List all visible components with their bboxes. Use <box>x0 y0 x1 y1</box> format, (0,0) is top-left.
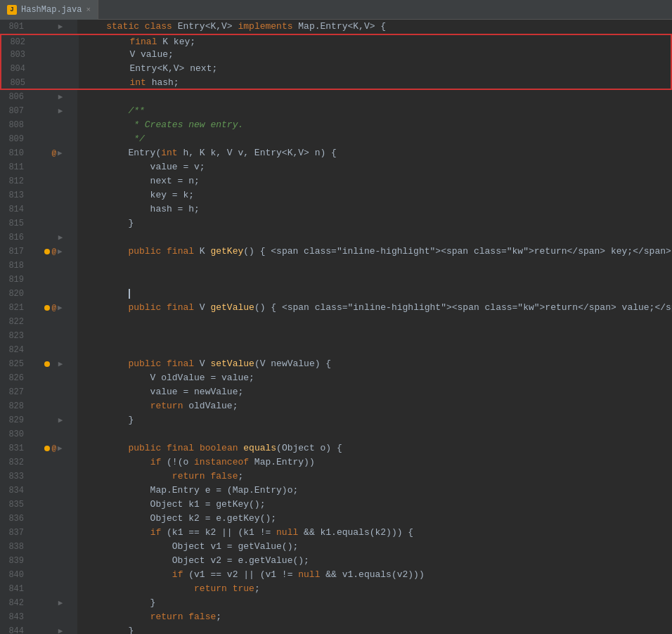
line-802: 802 final K key; <box>0 34 672 48</box>
line-gutter[interactable] <box>30 554 77 568</box>
breakpoint-dot[interactable] <box>44 446 50 451</box>
line-gutter[interactable] <box>30 427 77 441</box>
line-gutter[interactable] <box>30 174 77 188</box>
line-gutter[interactable] <box>30 512 77 526</box>
line-gutter[interactable]: ▶ <box>30 20 77 34</box>
line-code <box>77 287 130 301</box>
line-gutter[interactable]: ▶ <box>30 104 77 118</box>
line-number: 834 <box>0 484 30 498</box>
fold-icon[interactable]: ▶ <box>58 104 63 118</box>
line-gutter[interactable] <box>30 188 77 202</box>
line-number: 840 <box>0 568 30 582</box>
line-gutter[interactable]: ▶ <box>30 596 77 610</box>
fold-icon[interactable]: ▶ <box>58 441 63 455</box>
breakpoint-dot[interactable] <box>44 305 50 311</box>
fold-icon[interactable]: ▶ <box>58 596 63 610</box>
line-code: /** <box>77 104 145 118</box>
line-code: Object k2 = e.getKey(); <box>77 512 276 526</box>
line-gutter[interactable] <box>30 160 77 174</box>
line-gutter[interactable] <box>30 498 77 512</box>
line-gutter[interactable] <box>30 610 77 624</box>
line-code: Entry<K,V> next; <box>79 62 217 76</box>
line-gutter[interactable] <box>30 329 77 343</box>
line-number: 801 <box>0 20 30 34</box>
line-gutter[interactable] <box>30 287 77 301</box>
line-gutter[interactable] <box>30 371 77 385</box>
line-836: 836 Object k2 = e.getKey(); <box>0 512 672 526</box>
fold-icon[interactable]: ▶ <box>58 146 63 160</box>
line-code: int hash; <box>79 76 179 89</box>
line-gutter[interactable] <box>30 118 77 132</box>
line-gutter[interactable] <box>30 455 77 470</box>
line-gutter[interactable] <box>30 273 77 287</box>
line-number: 824 <box>0 343 30 357</box>
line-code <box>77 273 84 287</box>
line-gutter[interactable] <box>30 582 77 596</box>
line-gutter[interactable] <box>30 315 77 329</box>
line-code: Object v1 = getValue(); <box>77 540 298 554</box>
line-822: 822 <box>0 315 672 329</box>
fold-icon[interactable]: ▶ <box>58 301 63 315</box>
line-gutter[interactable]: ▶ <box>30 90 77 104</box>
line-gutter[interactable]: @ ▶ <box>30 245 77 259</box>
fold-icon[interactable]: ▶ <box>58 624 63 634</box>
breakpoint-dot[interactable] <box>44 361 50 367</box>
line-801: 801 ▶ static class Entry<K,V> implements… <box>0 20 672 34</box>
line-807: 807 ▶ /** <box>0 104 672 118</box>
line-843: 843 return false; <box>0 610 672 624</box>
line-gutter[interactable] <box>30 399 77 413</box>
line-gutter[interactable]: @ ▶ <box>30 146 77 160</box>
line-gutter[interactable] <box>31 48 79 62</box>
line-number: 835 <box>0 498 30 512</box>
tab-close-button[interactable]: × <box>86 6 91 14</box>
line-code: public final V setValue(V newValue) { <box>77 357 331 371</box>
line-number: 817 <box>0 245 30 259</box>
line-gutter[interactable]: ▶ <box>30 624 77 634</box>
breakpoint-dot[interactable] <box>44 249 50 254</box>
line-gutter[interactable]: ▶ <box>30 357 77 371</box>
line-code: Object k1 = getKey(); <box>77 498 265 512</box>
line-code: key = k; <box>77 188 194 202</box>
line-gutter[interactable] <box>31 76 79 89</box>
fold-icon[interactable]: ▶ <box>58 245 63 259</box>
line-number: 842 <box>0 596 30 610</box>
line-gutter[interactable] <box>31 35 79 48</box>
line-gutter[interactable] <box>30 540 77 554</box>
line-gutter[interactable]: @ ▶ <box>30 301 77 315</box>
line-gutter[interactable] <box>30 470 77 484</box>
line-gutter[interactable]: ▶ <box>30 231 77 245</box>
line-gutter[interactable]: ▶ <box>30 413 77 427</box>
line-841: 841 return true; <box>0 582 672 596</box>
line-code: final K key; <box>79 35 195 48</box>
line-number: 810 <box>0 146 30 160</box>
line-812: 812 next = n; <box>0 174 672 188</box>
fold-icon[interactable]: ▶ <box>58 20 63 34</box>
fold-icon[interactable]: ▶ <box>58 90 63 104</box>
line-gutter[interactable] <box>30 202 77 216</box>
line-code: Object v2 = e.getValue(); <box>77 554 309 568</box>
line-code: return false; <box>77 610 221 624</box>
line-gutter[interactable] <box>30 526 77 540</box>
line-816: 816 ▶ <box>0 231 672 245</box>
line-838: 838 Object v1 = getValue(); <box>0 540 672 554</box>
line-gutter[interactable] <box>30 343 77 357</box>
line-gutter[interactable] <box>30 216 77 231</box>
fold-icon[interactable]: ▶ <box>58 357 63 371</box>
line-gutter[interactable] <box>30 568 77 582</box>
code-area[interactable]: 801 ▶ static class Entry<K,V> implements… <box>0 20 672 634</box>
line-gutter[interactable] <box>30 259 77 273</box>
line-gutter[interactable]: @ ▶ <box>30 441 77 455</box>
line-gutter[interactable] <box>30 385 77 399</box>
line-code <box>77 231 84 245</box>
fold-icon[interactable]: ▶ <box>58 231 63 245</box>
line-gutter[interactable] <box>30 484 77 498</box>
line-gutter[interactable] <box>30 132 77 146</box>
line-803: 803 V value; <box>0 48 672 62</box>
line-code: static class Entry<K,V> implements Map.E… <box>77 20 386 34</box>
tab-hashmap[interactable]: J HashMap.java × <box>0 0 98 20</box>
line-code: Map.Entry e = (Map.Entry)o; <box>77 484 298 498</box>
line-number: 818 <box>0 259 30 273</box>
line-gutter[interactable] <box>31 62 79 76</box>
line-820: 820 <box>0 287 672 301</box>
fold-icon[interactable]: ▶ <box>58 413 63 427</box>
